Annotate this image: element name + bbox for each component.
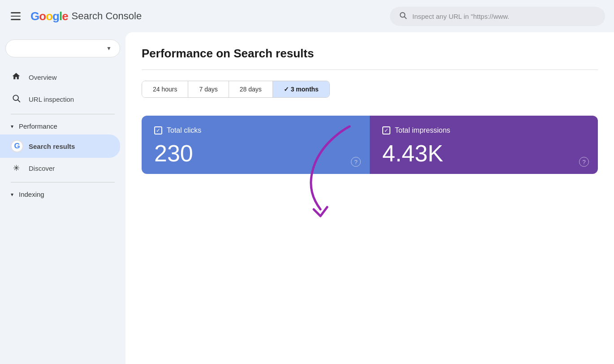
performance-label: Performance bbox=[19, 122, 57, 130]
logo-area: Google Search Console bbox=[30, 9, 142, 23]
overview-label: Overview bbox=[29, 74, 57, 81]
time-filter-group: 24 hours 7 days 28 days ✓ 3 months bbox=[142, 81, 330, 98]
google-logo: Google bbox=[30, 9, 68, 23]
nav-divider-1 bbox=[11, 114, 115, 114]
sidebar-item-overview[interactable]: Overview bbox=[0, 66, 120, 88]
property-selector[interactable]: ▼ bbox=[5, 39, 120, 57]
app-name: Search Console bbox=[72, 10, 142, 22]
metric-card-clicks: ✓ Total clicks 230 ? bbox=[142, 116, 370, 174]
discover-icon: ✳ bbox=[11, 163, 22, 173]
filter-3m[interactable]: ✓ 3 months bbox=[273, 81, 329, 97]
google-g-icon: G bbox=[11, 140, 22, 152]
content-divider bbox=[142, 69, 598, 70]
indexing-arrow-icon: ▾ bbox=[11, 191, 13, 198]
impressions-label: Total impressions bbox=[395, 126, 450, 134]
sidebar: ▼ Overview URL inspection ▾ bbox=[0, 32, 125, 364]
metric-cards: ✓ Total clicks 230 ? ✓ Total impressions… bbox=[142, 116, 598, 174]
clicks-help-icon[interactable]: ? bbox=[351, 157, 361, 167]
search-bar-placeholder: Inspect any URL in "https://www. bbox=[412, 13, 510, 20]
impressions-value: 4.43K bbox=[382, 142, 585, 165]
metric-card-impressions: ✓ Total impressions 4.43K ? bbox=[370, 116, 598, 174]
impressions-help-icon[interactable]: ? bbox=[579, 157, 589, 167]
svg-line-3 bbox=[18, 100, 20, 102]
sidebar-item-discover[interactable]: ✳ Discover bbox=[0, 158, 120, 178]
impressions-checkbox[interactable]: ✓ bbox=[382, 126, 390, 134]
filter-28d[interactable]: 28 days bbox=[229, 81, 273, 97]
search-icon bbox=[399, 11, 407, 22]
svg-line-1 bbox=[404, 17, 406, 18]
search-icon bbox=[11, 94, 22, 105]
indexing-label: Indexing bbox=[19, 191, 44, 198]
url-inspection-label: URL inspection bbox=[29, 95, 74, 103]
main-layout: ▼ Overview URL inspection ▾ bbox=[0, 32, 614, 364]
performance-section-header[interactable]: ▾ Performance bbox=[0, 118, 125, 134]
menu-button[interactable] bbox=[9, 10, 22, 22]
performance-arrow-icon: ▾ bbox=[11, 123, 13, 130]
filter-24h[interactable]: 24 hours bbox=[142, 81, 188, 97]
sidebar-item-url-inspection[interactable]: URL inspection bbox=[0, 88, 120, 110]
filter-7d[interactable]: 7 days bbox=[188, 81, 229, 97]
metric-header-impressions: ✓ Total impressions bbox=[382, 126, 585, 134]
url-search-bar[interactable]: Inspect any URL in "https://www. bbox=[390, 7, 605, 26]
metric-header-clicks: ✓ Total clicks bbox=[154, 126, 357, 134]
chevron-down-icon: ▼ bbox=[106, 45, 112, 52]
clicks-label: Total clicks bbox=[167, 126, 201, 134]
header: Google Search Console Inspect any URL in… bbox=[0, 0, 614, 32]
search-results-label: Search results bbox=[29, 143, 75, 150]
clicks-checkbox[interactable]: ✓ bbox=[154, 126, 162, 134]
clicks-value: 230 bbox=[154, 142, 357, 165]
home-icon bbox=[11, 72, 22, 83]
nav-divider-2 bbox=[11, 182, 115, 182]
main-content: Performance on Search results 24 hours 7… bbox=[125, 32, 614, 364]
indexing-section-header[interactable]: ▾ Indexing bbox=[0, 186, 125, 203]
page-title: Performance on Search results bbox=[142, 47, 598, 61]
discover-label: Discover bbox=[29, 165, 55, 172]
sidebar-item-search-results[interactable]: G Search results bbox=[0, 134, 120, 158]
